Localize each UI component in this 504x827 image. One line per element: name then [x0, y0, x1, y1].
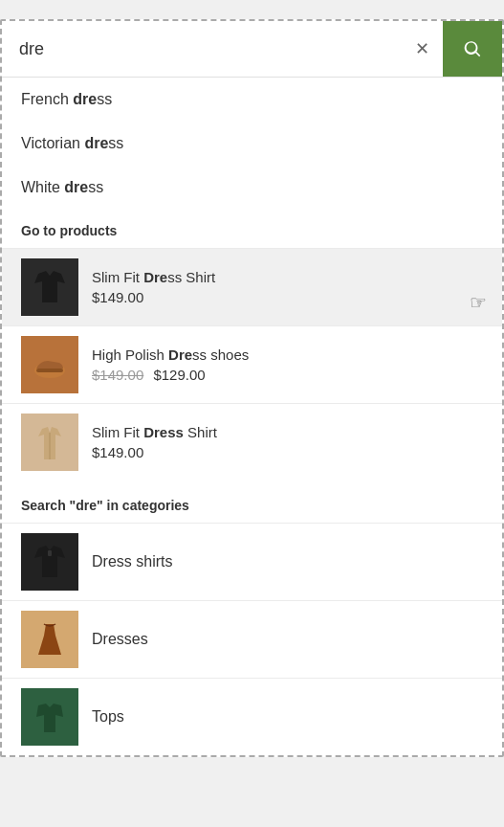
go-to-products-label: Go to products [2, 210, 502, 248]
search-button[interactable] [443, 21, 502, 77]
category-thumbnail [21, 533, 78, 591]
tops-icon [29, 696, 71, 738]
category-item[interactable]: Dresses [2, 600, 502, 678]
category-thumbnail [21, 611, 78, 668]
search-bar: ✕ [2, 21, 502, 78]
product-info: High Polish Dress shoes $149.00 $129.00 [92, 346, 483, 383]
suggestion-item[interactable]: French dress [2, 78, 502, 122]
shoe-image [29, 344, 71, 386]
category-name: Dresses [92, 631, 148, 648]
products-list: Slim Fit Dress Shirt $149.00 ☞ High Poli… [2, 248, 502, 481]
svg-rect-1 [36, 369, 63, 372]
product-item[interactable]: Slim Fit Dress Shirt $149.00 [2, 403, 502, 481]
category-item[interactable]: Tops [2, 678, 502, 755]
original-price: $149.00 [92, 367, 143, 383]
shirt-image [29, 266, 71, 308]
category-name: Tops [92, 708, 124, 726]
category-name: Dress shirts [92, 553, 172, 570]
suggestion-item[interactable]: White dress [2, 166, 502, 210]
search-icon [462, 38, 483, 59]
svg-rect-3 [48, 550, 52, 556]
product-thumbnail [21, 336, 78, 393]
product-price: $149.00 $129.00 [92, 367, 483, 383]
dresses-icon [29, 618, 71, 660]
clear-button[interactable]: ✕ [402, 29, 443, 69]
dress-shirts-icon [29, 541, 71, 583]
categories-label: Search "dre" in categories [2, 484, 502, 523]
close-icon: ✕ [415, 38, 429, 59]
product-thumbnail [21, 258, 78, 316]
product-info: Slim Fit Dress Shirt $149.00 [92, 424, 483, 460]
search-input[interactable] [2, 24, 402, 75]
product-thumbnail [21, 414, 78, 471]
product-info: Slim Fit Dress Shirt $149.00 [92, 269, 483, 305]
category-thumbnail [21, 688, 78, 746]
product-name: High Polish Dress shoes [92, 346, 483, 363]
suggestion-item[interactable]: Victorian dress [2, 122, 502, 166]
product-price: $149.00 [92, 289, 483, 305]
cursor-icon: ☞ [470, 291, 487, 314]
product-item[interactable]: High Polish Dress shoes $149.00 $129.00 [2, 325, 502, 403]
product-item[interactable]: Slim Fit Dress Shirt $149.00 ☞ [2, 248, 502, 325]
product-name: Slim Fit Dress Shirt [92, 424, 483, 440]
category-item[interactable]: Dress shirts [2, 523, 502, 600]
product-name: Slim Fit Dress Shirt [92, 269, 483, 285]
categories-section: Search "dre" in categories Dress shirts … [2, 484, 502, 755]
suggestions-list: French dress Victorian dress White dress [2, 78, 502, 210]
coat-image [29, 421, 71, 463]
product-price: $149.00 [92, 444, 483, 460]
search-dropdown: ✕ French dress Victorian dress White dre… [0, 19, 504, 757]
